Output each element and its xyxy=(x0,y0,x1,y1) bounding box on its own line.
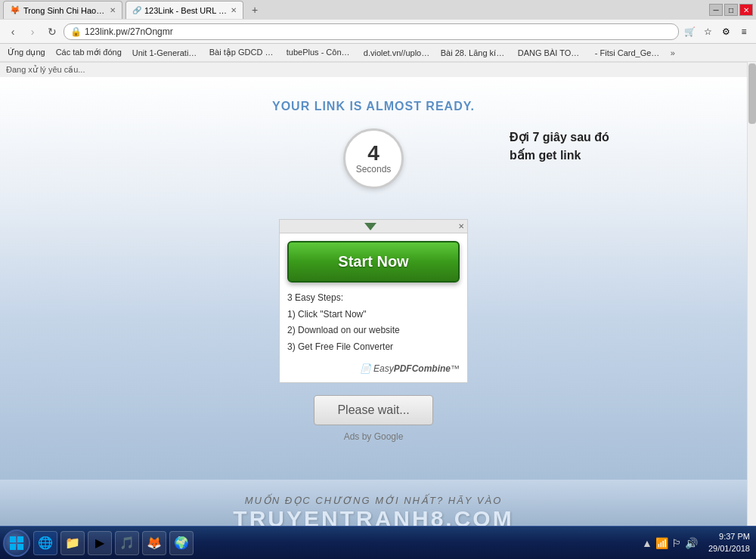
ad-step-1: 1) Click "Start Now" xyxy=(287,307,460,323)
truyentranh-text: TRUYENTRANH8.COM xyxy=(0,506,747,526)
tab-2-label: 123Link - Best URL Shorte... xyxy=(144,6,228,15)
back-button[interactable]: ‹ xyxy=(5,23,21,40)
timer-wrapper: 4 Seconds Đợi 7 giây sau đó bấm get link xyxy=(222,128,525,204)
title-bar: 🦊 Trong Sinh Chi Hao Môn... ✕ 🔗 123Link … xyxy=(0,0,756,20)
taskbar-firefox-button[interactable]: 🦊 xyxy=(142,531,166,555)
menu-icon[interactable]: ≡ xyxy=(736,24,751,39)
system-tray: ▲ 📶 🏳 🔊 xyxy=(637,537,702,549)
ad-body: Start Now 3 Easy Steps: 1) Click "Start … xyxy=(280,233,467,382)
tray-up-icon[interactable]: ▲ xyxy=(642,537,652,549)
tab-1-close[interactable]: ✕ xyxy=(110,6,116,14)
scrollbar-thumb[interactable] xyxy=(748,63,756,124)
brand-name: PDFCombine xyxy=(394,363,451,374)
tray-flag-icon[interactable]: 🏳 xyxy=(671,537,682,549)
svg-rect-3 xyxy=(17,544,23,550)
tray-volume-icon[interactable]: 🔊 xyxy=(685,537,698,549)
windows-logo-icon xyxy=(9,536,24,551)
link-ready-title: YOUR LINK IS ALMOST READY. xyxy=(272,100,475,113)
taskbar-btn4[interactable]: 🎵 xyxy=(115,531,139,555)
timer-label: Seconds xyxy=(356,164,392,174)
clock-area[interactable]: 9:37 PM 29/01/2018 xyxy=(705,531,753,554)
bookmark-tubeplus[interactable]: tubePlus - Công cụ ... xyxy=(282,46,358,59)
forward-button[interactable]: › xyxy=(24,23,41,40)
taskbar-media-button[interactable]: ▶ xyxy=(88,531,112,555)
bookmarks-bar: Ứng dụng Các tab mới đóng Unit 1-Generat… xyxy=(0,44,756,62)
address-bar: ‹ › ↻ 🔒 123link.pw/27nOngmr 🛒 ☆ ⚙ ≡ xyxy=(0,20,756,44)
close-button[interactable]: ✕ xyxy=(739,4,753,16)
new-tab-button[interactable]: + xyxy=(246,2,263,18)
svg-rect-2 xyxy=(10,544,16,550)
please-wait-button[interactable]: Please wait... xyxy=(314,395,432,425)
window-controls: ─ □ ✕ xyxy=(709,4,753,16)
ads-by-google-text: Ads by Google xyxy=(344,431,404,442)
ad-step-2: 2) Download on our website xyxy=(287,323,460,339)
cart-icon[interactable]: 🛒 xyxy=(682,24,697,39)
tab-1[interactable]: 🦊 Trong Sinh Chi Hao Môn... ✕ xyxy=(3,1,122,19)
browser-frame: 🦊 Trong Sinh Chi Hao Môn... ✕ 🔗 123Link … xyxy=(0,0,756,559)
timer-circle: 4 Seconds xyxy=(343,128,404,189)
bookmark-star-icon[interactable]: ☆ xyxy=(700,24,715,39)
maximize-button[interactable]: □ xyxy=(724,4,738,16)
bookmark-langkinh[interactable]: Bài 28. Lăng kính - V... xyxy=(436,47,512,59)
status-bar: Đang xử lý yêu cầu... xyxy=(0,62,747,77)
clock-date: 29/01/2018 xyxy=(708,543,750,554)
ad-top-bar: ✕ xyxy=(280,220,467,233)
taskbar-files-button[interactable]: 📁 xyxy=(60,531,85,555)
instruction-line2: bấm get link xyxy=(510,149,581,162)
bookmark-dangbai[interactable]: DANG BÀI TOÁN TH... xyxy=(513,47,589,59)
ad-steps: 3 Easy Steps: 1) Click "Start Now" 2) Do… xyxy=(287,290,460,355)
ad-triangle-icon xyxy=(364,223,376,230)
reload-button[interactable]: ↻ xyxy=(44,23,60,40)
bookmark-fitsi[interactable]: - Fitsi Card_Gen Su... xyxy=(590,47,666,59)
url-bar[interactable]: 🔒 123link.pw/27nOngmr xyxy=(64,23,679,40)
tab-2-close[interactable]: ✕ xyxy=(231,6,237,14)
bookmark-unit1[interactable]: Unit 1-Generation gi... xyxy=(128,47,203,59)
address-icons: 🛒 ☆ ⚙ ≡ xyxy=(682,24,751,39)
content-area: Đang xử lý yêu cầu... YOUR LINK IS ALMOS… xyxy=(0,62,756,526)
status-text: Đang xử lý yêu cầu... xyxy=(6,65,85,75)
timer-number: 4 xyxy=(367,143,380,164)
scrollbar[interactable] xyxy=(747,62,756,526)
ad-step-header: 3 Easy Steps: xyxy=(287,290,460,307)
instruction-text: Đợi 7 giây sau đó bấm get link xyxy=(510,128,661,165)
bookmark-violet[interactable]: d.violet.vn//uploads/... xyxy=(359,47,435,59)
bookmark-gdcd[interactable]: Bài tập GDCD 11 - G... xyxy=(205,46,280,59)
main-content: Đang xử lý yêu cầu... YOUR LINK IS ALMOS… xyxy=(0,62,747,526)
start-button[interactable] xyxy=(3,530,30,557)
timer-container: 4 Seconds xyxy=(343,128,404,189)
bookmarks-more-button[interactable]: » xyxy=(668,47,678,59)
ad-close-button[interactable]: ✕ xyxy=(458,222,464,230)
taskbar-btn6[interactable]: 🌍 xyxy=(169,531,194,555)
svg-rect-1 xyxy=(17,536,23,542)
bookmark-apps[interactable]: Ứng dụng xyxy=(3,46,50,59)
taskbar: 🌐 📁 ▶ 🎵 🦊 🌍 ▲ 📶 🏳 🔊 9:37 PM 29/01/2018 xyxy=(0,526,756,559)
ad-container: ✕ Start Now 3 Easy Steps: 1) Click "Star… xyxy=(279,219,468,383)
ad-branding: 📄 EasyPDFCombine™ xyxy=(287,361,460,375)
url-text: 123link.pw/27nOngmr xyxy=(85,26,173,37)
taskbar-ie-button[interactable]: 🌐 xyxy=(33,531,57,555)
tab-1-label: Trong Sinh Chi Hao Môn... xyxy=(23,6,107,15)
muon-doc-text: MUỐN ĐỌC CHƯƠNG MỚI NHẤT? HÃY VÀO xyxy=(0,495,747,506)
ad-step-3: 3) Get Free File Converter xyxy=(287,339,460,356)
instruction-line1: Đợi 7 giây sau đó xyxy=(510,131,609,144)
tab-2[interactable]: 🔗 123Link - Best URL Shorte... ✕ xyxy=(125,1,243,19)
start-now-button[interactable]: Start Now xyxy=(287,241,460,283)
svg-rect-0 xyxy=(10,536,16,542)
brand-prefix: Easy xyxy=(373,363,394,374)
page-body: YOUR LINK IS ALMOST READY. 4 Seconds Đợi… xyxy=(0,77,747,480)
bookmark-closed-tabs[interactable]: Các tab mới đóng xyxy=(51,46,126,59)
tray-network-icon[interactable]: 📶 xyxy=(655,537,668,549)
minimize-button[interactable]: ─ xyxy=(709,4,723,16)
settings-icon[interactable]: ⚙ xyxy=(718,24,733,39)
clock-time: 9:37 PM xyxy=(708,531,750,542)
